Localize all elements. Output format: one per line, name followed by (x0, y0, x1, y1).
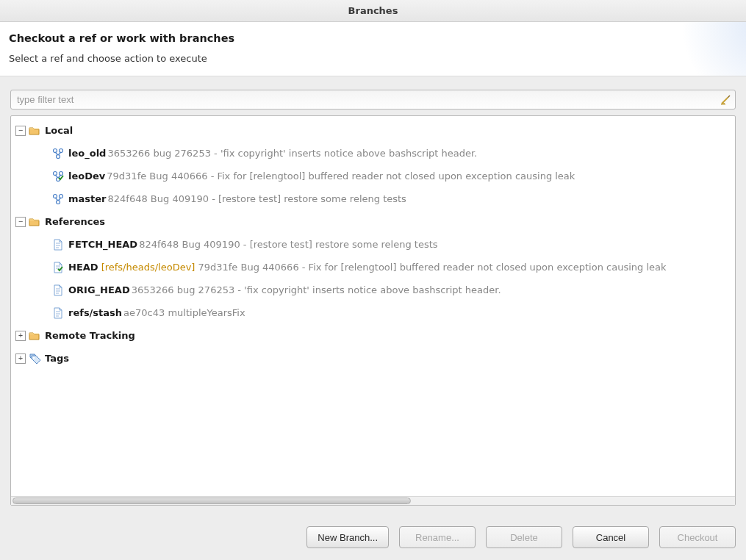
folder-icon (29, 125, 40, 137)
file-icon (52, 239, 64, 251)
ref-detail: 824f648 Bug 409190 - [restore test] rest… (139, 233, 437, 256)
ref-name: refs/stash (68, 301, 122, 324)
header-subtitle: Select a ref and choose action to execut… (9, 53, 737, 64)
tree-group-remote[interactable]: + Remote Tracking (12, 324, 734, 347)
horizontal-scrollbar[interactable] (11, 496, 735, 505)
scrollbar-track[interactable] (11, 496, 735, 505)
branches-dialog: Branches Checkout a ref or work with bra… (0, 0, 746, 560)
tree-scroll[interactable]: − Local leo_old 3653266 bug 276253 - 'fi… (11, 116, 735, 496)
tree-group-tags[interactable]: + Tags (12, 347, 734, 370)
filter-wrap (10, 90, 736, 110)
folder-icon (29, 216, 40, 228)
ref-detail: 3653266 bug 276253 - 'fix copyright' ins… (132, 279, 501, 301)
group-label: Tags (45, 347, 69, 370)
rename-button[interactable]: Rename... (399, 526, 476, 548)
tree-item-ref-1[interactable]: HEAD [refs/heads/leoDev] 79d31fe Bug 440… (12, 256, 734, 279)
toggle-expand-icon[interactable]: + (15, 331, 26, 341)
tree-group-local[interactable]: − Local (12, 119, 734, 142)
tree-group-references[interactable]: − References (12, 210, 734, 233)
button-bar: New Branch... Rename... Delete Cancel Ch… (0, 511, 746, 560)
tags-icon (29, 353, 40, 365)
filter-input[interactable] (10, 90, 736, 110)
ref-detail: ae70c43 multipleYearsFix (123, 301, 245, 324)
file-checked-icon (52, 262, 64, 273)
group-label: Remote Tracking (45, 324, 135, 347)
tree-item-ref-2[interactable]: ORIG_HEAD 3653266 bug 276253 - 'fix copy… (12, 279, 734, 301)
branch-name: leo_old (68, 142, 106, 165)
file-icon (52, 307, 64, 319)
titlebar: Branches (0, 0, 746, 22)
ref-name: HEAD (68, 256, 98, 279)
branch-detail: 3653266 bug 276253 - 'fix copyright' ins… (107, 142, 477, 165)
branch-icon (52, 148, 64, 159)
ref-tree: − Local leo_old 3653266 bug 276253 - 'fi… (10, 115, 736, 506)
scrollbar-thumb[interactable] (12, 498, 411, 504)
delete-button[interactable]: Delete (486, 526, 562, 548)
window-title: Branches (348, 5, 398, 16)
ref-name: ORIG_HEAD (68, 279, 130, 301)
tree-item-ref-3[interactable]: refs/stash ae70c43 multipleYearsFix (12, 301, 734, 324)
branch-detail: 824f648 Bug 409190 - [restore test] rest… (108, 187, 406, 210)
branch-name: leoDev (68, 165, 105, 187)
dialog-body: − Local leo_old 3653266 bug 276253 - 'fi… (0, 76, 746, 511)
tree-item-local-1[interactable]: leoDev 79d31fe Bug 440666 - Fix for [rel… (12, 165, 734, 187)
cancel-button[interactable]: Cancel (573, 526, 649, 548)
tree-item-ref-0[interactable]: FETCH_HEAD 824f648 Bug 409190 - [restore… (12, 233, 734, 256)
file-icon (52, 284, 64, 296)
checkout-button[interactable]: Checkout (659, 526, 736, 548)
ref-link: [refs/heads/leoDev] (101, 256, 196, 279)
toggle-collapse-icon[interactable]: − (15, 217, 26, 227)
toggle-expand-icon[interactable]: + (15, 353, 26, 364)
toggle-collapse-icon[interactable]: − (15, 126, 26, 136)
ref-name: FETCH_HEAD (68, 233, 137, 256)
ref-detail: 79d31fe Bug 440666 - Fix for [relengtool… (198, 256, 666, 279)
branch-detail: 79d31fe Bug 440666 - Fix for [relengtool… (107, 165, 575, 187)
branch-icon (52, 193, 64, 205)
branch-name: master (68, 187, 107, 210)
branch-checked-icon (52, 170, 64, 182)
tree-item-local-0[interactable]: leo_old 3653266 bug 276253 - 'fix copyri… (12, 142, 734, 165)
group-label: Local (45, 119, 73, 142)
header-title: Checkout a ref or work with branches (9, 32, 737, 44)
new-branch-button[interactable]: New Branch... (306, 526, 389, 548)
folder-icon (29, 330, 40, 342)
group-label: References (45, 210, 105, 233)
tree-item-local-2[interactable]: master 824f648 Bug 409190 - [restore tes… (12, 187, 734, 210)
clear-filter-icon[interactable] (720, 94, 731, 106)
dialog-header: Checkout a ref or work with branches Sel… (0, 22, 746, 76)
